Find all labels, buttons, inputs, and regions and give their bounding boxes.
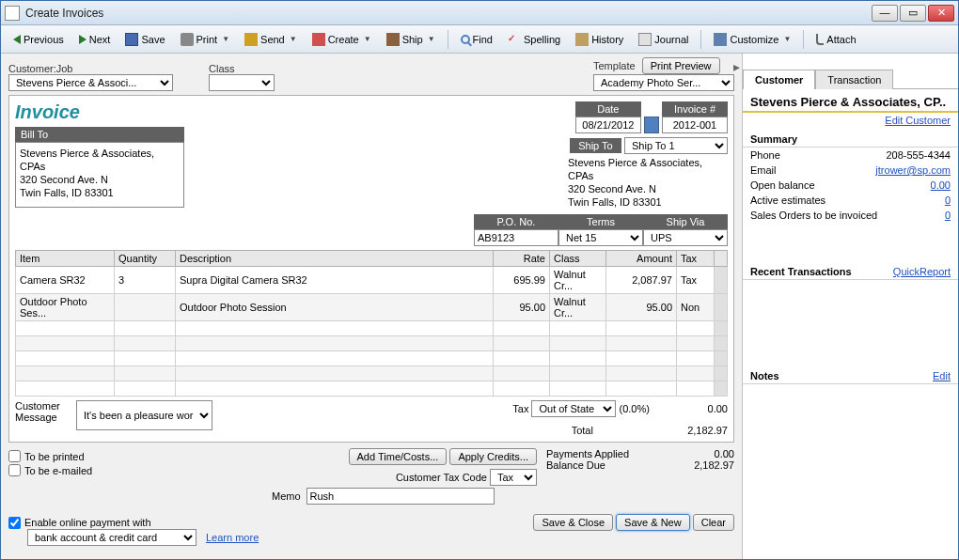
online-payment-method-select[interactable]: bank account & credit card — [27, 529, 197, 546]
active-estimates-value[interactable]: 0 — [945, 194, 951, 206]
print-button[interactable]: Print▼ — [174, 30, 237, 49]
ship-to-select[interactable]: Ship To 1 — [624, 137, 728, 154]
window-title: Create Invoices — [25, 7, 872, 20]
summary-header: Summary — [743, 128, 958, 148]
bill-to-header: Bill To — [15, 127, 184, 142]
customer-message-label: Customer Message — [15, 400, 67, 436]
tax-select[interactable]: Out of State — [531, 400, 616, 417]
col-qty: Quantity — [115, 251, 176, 267]
to-be-printed-checkbox[interactable]: To be printed — [8, 450, 92, 462]
save-new-button[interactable]: Save & New — [616, 514, 690, 531]
panel-collapse-icon[interactable]: ▸ — [733, 59, 740, 74]
edit-customer-link[interactable]: Edit Customer — [885, 115, 951, 126]
ship-icon — [386, 33, 400, 46]
total-label: Total — [572, 425, 593, 436]
po-header: P.O. No. — [474, 214, 558, 229]
customize-button[interactable]: Customize▼ — [707, 30, 797, 49]
col-item: Item — [16, 251, 115, 267]
tab-transaction[interactable]: Transaction — [815, 70, 893, 89]
quickreport-link[interactable]: QuickReport — [893, 266, 951, 277]
col-amount: Amount — [606, 251, 677, 267]
invoice-number-header: Invoice # — [662, 101, 728, 117]
minimize-button[interactable]: — — [872, 5, 898, 22]
invoice-number-input[interactable] — [662, 117, 728, 133]
history-button[interactable]: History — [569, 30, 630, 49]
open-balance-value[interactable]: 0.00 — [931, 179, 951, 191]
to-be-emailed-checkbox[interactable]: To be e-mailed — [8, 464, 92, 476]
notes-header: Notes — [750, 370, 779, 381]
history-icon — [575, 33, 589, 46]
send-button[interactable]: Send▼ — [238, 30, 304, 49]
add-time-costs-button[interactable]: Add Time/Costs... — [349, 448, 448, 465]
save-button[interactable]: Save — [118, 30, 171, 49]
tax-pct: (0.0%) — [620, 403, 650, 414]
class-select[interactable] — [209, 74, 275, 91]
apply-credits-button[interactable]: Apply Credits... — [449, 448, 537, 465]
date-input[interactable] — [575, 117, 641, 133]
tab-customer[interactable]: Customer — [743, 70, 815, 89]
chevron-down-icon: ▼ — [428, 35, 435, 43]
total-amount: 2,182.97 — [652, 425, 728, 436]
arrow-left-icon — [13, 35, 21, 44]
terms-header: Terms — [558, 214, 643, 229]
invoice-title: Invoice — [15, 101, 184, 123]
maximize-button[interactable]: ▭ — [900, 5, 926, 22]
save-close-button[interactable]: Save & Close — [533, 514, 613, 531]
find-button[interactable]: Find — [454, 31, 499, 48]
customer-tax-code-select[interactable]: Tax — [490, 469, 537, 486]
col-tax: Tax — [677, 251, 715, 267]
create-button[interactable]: Create▼ — [306, 30, 378, 49]
tax-amount: 0.00 — [652, 403, 728, 414]
po-input[interactable] — [474, 229, 558, 246]
payments-amount: 0.00 — [715, 448, 734, 459]
learn-more-link[interactable]: Learn more — [206, 532, 259, 543]
table-row[interactable]: Camera SR323Supra Digital Camera SR32695… — [16, 267, 728, 294]
close-button[interactable]: ✕ — [928, 5, 954, 22]
customer-job-label: Customer:Job — [8, 63, 173, 74]
table-row[interactable] — [16, 351, 728, 366]
email-value[interactable]: jtrower@sp.com — [875, 164, 951, 176]
titlebar: Create Invoices — ▭ ✕ — [1, 1, 958, 25]
customer-name: Stevens Pierce & Associates, CP.. — [743, 89, 958, 113]
send-icon — [244, 33, 258, 46]
print-preview-button[interactable]: Print Preview — [642, 57, 720, 74]
table-row[interactable] — [16, 336, 728, 351]
table-row[interactable] — [16, 381, 728, 397]
next-button[interactable]: Next — [72, 31, 118, 48]
ship-via-select[interactable]: UPS — [643, 229, 728, 246]
class-label: Class — [209, 63, 275, 74]
attach-button[interactable]: Attach — [810, 31, 862, 48]
memo-input[interactable] — [307, 488, 495, 505]
clear-button[interactable]: Clear — [693, 514, 734, 531]
bill-to-address[interactable]: Stevens Pierce & Associates, CPAs 320 Se… — [15, 142, 184, 208]
ship-to-header: Ship To — [570, 138, 621, 153]
ship-button[interactable]: Ship▼ — [380, 30, 442, 49]
sales-orders-value[interactable]: 0 — [945, 210, 951, 221]
col-desc: Description — [176, 251, 494, 267]
table-row[interactable]: Outdoor Photo Ses...Outdoor Photo Sessio… — [16, 294, 728, 321]
spelling-button[interactable]: ✓Spelling — [501, 30, 567, 49]
customer-tax-code-label: Customer Tax Code — [396, 472, 487, 483]
journal-button[interactable]: Journal — [632, 30, 695, 49]
edit-notes-link[interactable]: Edit — [933, 370, 951, 381]
line-items-table[interactable]: Item Quantity Description Rate Class Amo… — [15, 250, 728, 397]
memo-label: Memo — [272, 490, 301, 502]
customer-job-select[interactable]: Stevens Pierce & Associ... — [8, 74, 173, 91]
col-rate: Rate — [494, 251, 550, 267]
template-select[interactable]: Academy Photo Ser... — [593, 74, 734, 91]
customer-message-select[interactable]: It's been a pleasure working with you! — [76, 400, 212, 430]
arrow-right-icon — [79, 35, 86, 44]
template-label: Template — [593, 60, 636, 71]
terms-select[interactable]: Net 15 — [558, 229, 643, 246]
calendar-icon[interactable] — [644, 117, 659, 133]
save-icon — [125, 33, 138, 46]
journal-icon — [638, 33, 652, 46]
table-row[interactable] — [16, 321, 728, 336]
enable-online-payment-checkbox[interactable]: Enable online payment with — [8, 517, 151, 529]
toolbar: Previous Next Save Print▼ Send▼ Create▼ … — [1, 25, 958, 54]
payments-label: Payments Applied — [546, 448, 629, 459]
date-header: Date — [575, 101, 641, 117]
table-row[interactable] — [16, 366, 728, 381]
spell-icon: ✓ — [508, 33, 521, 46]
previous-button[interactable]: Previous — [7, 31, 71, 48]
